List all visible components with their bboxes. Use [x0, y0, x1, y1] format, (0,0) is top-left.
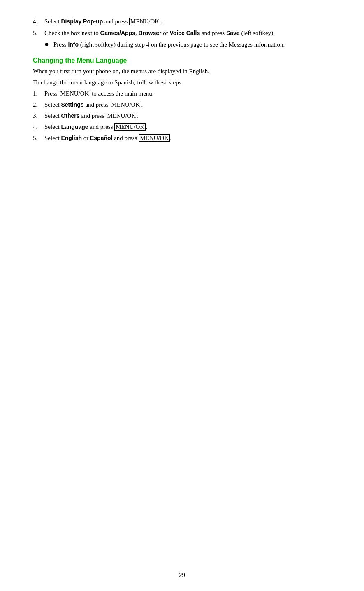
sec-step4-text-mid: and press — [88, 124, 115, 130]
bullet-text-mid: (right softkey) during step 4 on the pre… — [79, 41, 180, 48]
step3-content: Select Others and press MENU/OK. — [44, 111, 139, 121]
step4-end: . — [160, 18, 162, 25]
step1-key: MENU/OK — [59, 90, 90, 97]
section-intro2: To change the menu language to Spanish, … — [33, 78, 339, 87]
sec-step5-bold2: Español — [90, 135, 112, 141]
sec-step5-key: MENU/OK — [139, 134, 170, 142]
step3-bold: Others — [61, 112, 79, 119]
sec-step5-text-or: or — [82, 135, 90, 141]
step5-number: 5. — [33, 28, 44, 38]
section-intro1: When you first turn your phone on, the m… — [33, 67, 339, 76]
step2-num: 2. — [33, 100, 44, 110]
sec-step4-bold: Language — [61, 124, 88, 130]
step4-key: MENU/OK — [129, 18, 160, 25]
bullet-marker: ● — [44, 40, 53, 49]
step1-num: 1. — [33, 89, 44, 98]
step2-text-mid: and press — [84, 101, 110, 108]
sec-step4-text-before: Select — [44, 124, 61, 130]
step5-text-before: Check the box next to — [44, 30, 100, 36]
step4-bold: Display Pop-up — [61, 18, 103, 25]
bullet-row: ● Press Info (right softkey) during step… — [44, 40, 339, 49]
bullet-bold-info: Info — [68, 41, 79, 48]
step5-bold2: Browser — [138, 30, 161, 36]
step4-text-before: Select — [44, 18, 61, 25]
section-step5: 5. Select English or Español and press M… — [33, 133, 339, 143]
step4-text-after: and press — [103, 18, 129, 25]
step4-content: Select Display Pop-up and press MENU/OK. — [44, 16, 162, 26]
step5-bold3: Voice Calls — [170, 30, 200, 36]
step1-text-after: to access the main menu. — [90, 90, 153, 97]
page-number: 29 — [179, 572, 185, 579]
step3-text-mid: and press — [80, 112, 106, 119]
step5-or: or — [162, 30, 170, 36]
step3-num: 3. — [33, 111, 44, 121]
step1-content: Press MENU/OK to access the main menu. — [44, 89, 154, 98]
sec-step4-text-after: . — [146, 124, 147, 130]
sec-step4-num: 4. — [33, 122, 44, 132]
step5-bold1: Games/Apps — [100, 30, 135, 36]
sec-step4-content: Select Language and press MENU/OK. — [44, 122, 147, 132]
step3-text-after: . — [137, 112, 139, 119]
section-step3: 3. Select Others and press MENU/OK. — [33, 111, 339, 121]
bullet-text-after: us page to see the Messages information. — [183, 41, 285, 48]
sec-step5-text-before: Select — [44, 135, 61, 141]
step1-text-before: Press — [44, 90, 59, 97]
step2-bold: Settings — [61, 101, 83, 108]
step2-text-after: . — [141, 101, 143, 108]
step2-content: Select Settings and press MENU/OK. — [44, 100, 143, 110]
bullet-text-before: Press — [53, 41, 68, 48]
intro-bullet: ● Press Info (right softkey) during step… — [44, 40, 339, 49]
section-step2: 2. Select Settings and press MENU/OK. — [33, 100, 339, 110]
sec-step5-content: Select English or Español and press MENU… — [44, 133, 172, 143]
intro-step5: 5. Check the box next to Games/Apps, Bro… — [33, 28, 339, 38]
step3-text-before: Select — [44, 112, 61, 119]
step2-text-before: Select — [44, 101, 61, 108]
step4-number: 4. — [33, 16, 44, 26]
sec-step5-text-after: . — [170, 135, 172, 141]
section-step4: 4. Select Language and press MENU/OK. — [33, 122, 339, 132]
step2-key: MENU/OK — [110, 101, 141, 108]
intro-step4: 4. Select Display Pop-up and press MENU/… — [33, 16, 339, 26]
bullet-o: o — [181, 41, 184, 48]
step5-text-mid: and press — [200, 30, 226, 36]
step3-key: MENU/OK — [106, 112, 137, 119]
sec-step5-bold1: English — [61, 135, 82, 141]
sec-step5-text-mid: and press — [112, 135, 139, 141]
step5-bold4: Save — [226, 30, 240, 36]
step5-content: Check the box next to Games/Apps, Browse… — [44, 28, 275, 38]
section-heading: Changing the Menu Language — [33, 57, 339, 64]
step5-text-end: (left softkey). — [240, 30, 275, 36]
sec-step5-num: 5. — [33, 133, 44, 143]
section-step1: 1. Press MENU/OK to access the main menu… — [33, 89, 339, 98]
bullet-content: Press Info (right softkey) during step 4… — [53, 40, 285, 49]
sec-step4-key: MENU/OK — [114, 123, 146, 131]
